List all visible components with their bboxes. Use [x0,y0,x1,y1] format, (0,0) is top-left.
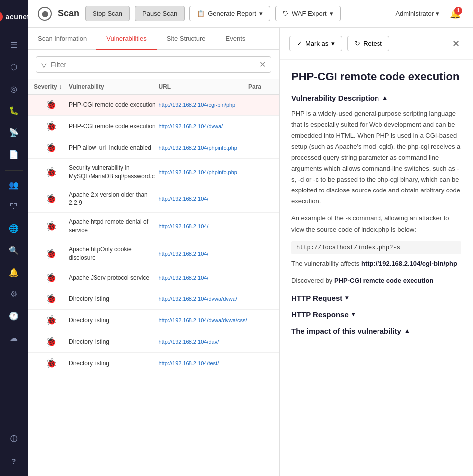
vuln-description-section-header[interactable]: Vulnerability Description ▲ [291,94,461,102]
vuln-url: http://192.168.2.104/cgi-bin/php [159,102,249,108]
severity-medium-icon: 🐞 [34,336,69,347]
refresh-icon: ↻ [355,40,360,47]
settings-icon[interactable]: ⚙ [4,284,24,304]
search-icon[interactable]: 🔍 [4,240,24,260]
vuln-url: http://192.168.2.104/dvwa/ [159,123,249,129]
users-icon[interactable]: 👥 [4,175,24,194]
tab-vulnerabilities[interactable]: Vulnerabilities [96,28,156,50]
vuln-name: Directory listing [69,295,159,303]
table-row[interactable]: 🐞 PHP allow_url_include enabled http://1… [28,137,279,159]
close-panel-button[interactable]: ✕ [448,36,463,51]
content-area: Scan Information Vulnerabilities Site St… [28,28,473,476]
scan-status-icon: ⬤ [38,7,52,21]
vuln-name: Directory listing [69,338,159,346]
chevron-down-icon: ▾ [331,40,335,47]
bug-icon[interactable]: 🐛 [4,100,24,120]
vuln-name: PHP-CGI remote code execution [69,122,159,131]
topbar-right: Administrator ▾ 🔔 1 [395,6,463,22]
table-row[interactable]: 🐞 Security vulnerability in MySQL/MariaD… [28,159,279,186]
waf-export-button[interactable]: 🛡 WAF Export ▾ [275,6,341,21]
vuln-description-text-2: An example of the -s command, allowing a… [291,213,461,235]
http-request-section-header[interactable]: HTTP Request ▾ [291,294,461,302]
vuln-name: Apache 2.x version older than 2.2.9 [69,191,159,208]
pause-scan-button[interactable]: Pause Scan [135,6,185,21]
http-response-section-header[interactable]: HTTP Response ▾ [291,310,461,319]
generate-report-button[interactable]: 📋 Generate Report ▾ [189,6,270,21]
vulnerability-header: Vulnerability [69,83,159,90]
vuln-name: Apache httpOnly cookie disclosure [69,245,159,262]
vuln-url: http://192.168.2.104/dav/ [159,339,249,345]
vuln-url: http://192.168.2.104/ [159,196,249,202]
url-header: URL [159,83,249,90]
vuln-name: PHP allow_url_include enabled [69,144,159,152]
severity-critical-icon: 🐞 [34,99,69,110]
clock-icon[interactable]: 🕐 [4,306,24,326]
table-row[interactable]: 🐞 PHP-CGI remote code execution http://1… [28,95,279,116]
table-row[interactable]: 🐞 Apache httpd remote denial of service … [28,213,279,240]
chevron-down-icon: ▾ [330,10,333,17]
checkmark-icon: ✓ [297,40,302,47]
shield-icon[interactable]: 🛡 [4,196,24,216]
menu-icon[interactable]: ☰ [4,35,24,55]
vuln-url: http://192.168.2.104/ [159,251,249,257]
mark-as-button[interactable]: ✓ Mark as ▾ [289,36,342,51]
vuln-url: http://192.168.2.104/test/ [159,360,249,366]
severity-medium-icon: 🐞 [34,272,69,283]
impact-section-header[interactable]: The impact of this vulnerability ▲ [291,327,461,335]
table-row[interactable]: 🐞 Directory listing http://192.168.2.104… [28,310,279,331]
filter-clear-button[interactable]: ✕ [259,60,266,69]
table-row[interactable]: 🐞 Directory listing http://192.168.2.104… [28,331,279,353]
right-panel: ✓ Mark as ▾ ↻ Retest ✕ PHP-CGI remote co… [280,28,473,476]
table-row[interactable]: 🐞 Apache httpOnly cookie disclosure http… [28,240,279,268]
table-header: Severity ↓ Vulnerability URL Para [28,79,279,95]
vuln-name: Apache httpd remote denial of service [69,218,159,235]
dashboard-icon[interactable]: ⬡ [4,57,24,77]
retest-button[interactable]: ↻ Retest [347,36,389,51]
tab-events[interactable]: Events [216,28,256,50]
collapse-arrow-icon: ▲ [382,95,388,101]
target-icon[interactable]: ◎ [4,79,24,98]
vuln-affected-text: The vulnerability affects http://192.168… [291,258,461,269]
vuln-url: http://192.168.2.104/ [159,275,249,281]
topbar-actions: Stop Scan Pause Scan 📋 Generate Report ▾… [85,6,341,21]
stop-scan-button[interactable]: Stop Scan [85,6,130,21]
help-icon[interactable]: ? [4,451,24,471]
tab-scan-information[interactable]: Scan Information [28,28,96,50]
sidebar: A acunetix ☰ ⬡ ◎ 🐛 📡 📄 👥 🛡 🌐 🔍 🔔 ⚙ 🕐 ☁ ⓘ… [0,0,28,476]
code-example: http://localhost/index.php?-s [291,241,461,254]
vuln-name: Directory listing [69,316,159,325]
bell-icon[interactable]: 🔔 [4,262,24,282]
vuln-url: http://192.168.2.104/phpinfo.php [159,169,249,175]
vuln-name: PHP-CGI remote code execution [69,101,159,109]
notifications-button[interactable]: 🔔 1 [447,6,463,22]
admin-menu-button[interactable]: Administrator ▾ [395,10,439,17]
filter-section: ▽ ✕ [28,50,279,79]
vuln-url: http://192.168.2.104/ [159,223,249,229]
severity-medium-icon: 🐞 [34,221,69,232]
right-panel-content: PHP-CGI remote code execution Vulnerabil… [280,60,473,351]
table-row[interactable]: 🐞 Apache 2.x version older than 2.2.9 ht… [28,186,279,213]
info-icon[interactable]: ⓘ [4,429,24,449]
severity-medium-icon: 🐞 [34,193,69,204]
vuln-description-text: PHP is a widely-used general-purpose scr… [291,108,461,207]
vuln-name: Directory listing [69,359,159,368]
filter-icon: ▽ [41,61,47,69]
table-row[interactable]: 🐞 Directory listing http://192.168.2.104… [28,353,279,374]
filter-input[interactable] [51,61,259,69]
vuln-url: http://192.168.2.104/dvwa/dvwa/css/ [159,317,249,323]
notification-badge: 1 [454,7,462,15]
table-row[interactable]: 🐞 Directory listing http://192.168.2.104… [28,288,279,310]
network-icon[interactable]: 🌐 [4,218,24,238]
severity-header: Severity ↓ [34,83,69,90]
severity-critical-icon: 🐞 [34,142,69,153]
radar-icon[interactable]: 📡 [4,122,24,142]
cloud-icon[interactable]: ☁ [4,328,24,348]
chevron-down-icon: ▾ [259,10,263,17]
tab-site-structure[interactable]: Site Structure [157,28,216,50]
affected-url: http://192.168.2.104/cgi-bin/php [361,260,457,267]
table-row[interactable]: 🐞 PHP-CGI remote code execution http://1… [28,116,279,137]
collapse-arrow-icon: ▾ [352,311,355,318]
table-row[interactable]: 🐞 Apache JServ protocol service http://1… [28,267,279,288]
report-icon[interactable]: 📄 [4,144,24,164]
tab-bar: Scan Information Vulnerabilities Site St… [28,28,279,50]
